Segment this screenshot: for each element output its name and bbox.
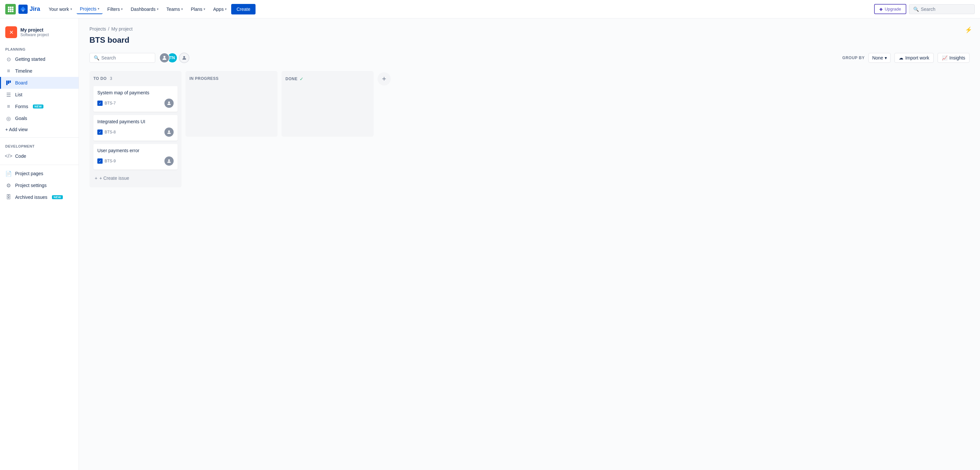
import-work-button[interactable]: ☁ Import work [894, 53, 934, 63]
svg-point-12 [164, 56, 165, 58]
breadcrumb: Projects / My project [89, 26, 969, 32]
sidebar-item-goals[interactable]: ◎ Goals [0, 113, 79, 124]
svg-point-13 [183, 56, 185, 58]
avatar-group: TN [159, 52, 189, 63]
chevron-down-icon: ▾ [885, 55, 887, 60]
development-section-label: DEVELOPMENT [0, 140, 79, 150]
nav-teams[interactable]: Teams ▾ [163, 5, 186, 14]
jira-logo-icon [18, 5, 28, 14]
pages-icon: 📄 [5, 170, 12, 177]
board-search-input[interactable] [101, 55, 144, 60]
sidebar-item-getting-started[interactable]: ⊙ Getting started [0, 53, 79, 65]
sidebar-item-project-pages[interactable]: 📄 Project pages [0, 168, 79, 179]
sidebar-item-project-settings[interactable]: ⚙ Project settings [0, 179, 79, 191]
sidebar-item-forms[interactable]: ≡ Forms NEW [0, 100, 79, 113]
svg-rect-0 [8, 6, 10, 8]
create-button[interactable]: Create [231, 4, 256, 14]
nav-filters[interactable]: Filters ▾ [104, 5, 126, 14]
page-title: BTS board [89, 35, 969, 45]
issue-key-bts8: BTS-8 [105, 130, 116, 135]
add-view-button[interactable]: + Add view [0, 124, 79, 135]
svg-rect-10 [8, 81, 9, 84]
issue-key-bts7: BTS-7 [105, 101, 116, 105]
column-done: DONE ✓ [282, 71, 374, 137]
project-name: My project [21, 27, 49, 33]
planning-section-label: PLANNING [0, 43, 79, 53]
main-content: Projects / My project BTS board ⚡ 🔍 TN [79, 18, 980, 470]
project-type: Software project [21, 33, 49, 37]
issue-checkbox-bts8: ✓ [97, 130, 103, 135]
sidebar-item-timeline[interactable]: ≡ Timeline [0, 65, 79, 77]
sidebar-project: ✕ My project Software project [0, 24, 79, 43]
breadcrumb-current: My project [111, 26, 132, 32]
group-by-select[interactable]: None ▾ [869, 53, 890, 63]
svg-rect-2 [12, 6, 13, 8]
column-inprogress-title: IN PROGRESS [189, 76, 219, 81]
nav-plans[interactable]: Plans ▾ [188, 5, 208, 14]
topnav: Jira Your work ▾ Projects ▾ Filters ▾ Da… [0, 0, 980, 18]
issue-card-bts7[interactable]: System map of payments ✓ BTS-7 [93, 86, 178, 112]
chevron-down-icon: ▾ [121, 7, 123, 11]
svg-point-16 [168, 102, 170, 103]
sidebar-item-code[interactable]: </> Code [0, 150, 79, 162]
target-icon: ⊙ [5, 56, 12, 62]
global-search[interactable]: 🔍 Search [909, 4, 975, 14]
search-icon: 🔍 [913, 6, 919, 12]
issue-card-bts8[interactable]: Integrated payments UI ✓ BTS-8 [93, 115, 178, 141]
lightning-icon[interactable]: ⚡ [965, 26, 972, 33]
svg-rect-1 [10, 6, 11, 8]
column-todo-title: TO DO [93, 76, 107, 81]
issue-title-bts7: System map of payments [97, 90, 173, 95]
topnav-right: ◆ Upgrade 🔍 Search [874, 4, 975, 14]
board-columns: TO DO 3 System map of payments ✓ BTS-7 [89, 71, 969, 187]
board-toolbar-right: GROUP BY None ▾ ☁ Import work 📈 Insights [842, 53, 969, 63]
diamond-icon: ◆ [879, 6, 883, 11]
issue-assignee-bts9[interactable] [164, 156, 173, 166]
sidebar-item-board[interactable]: Board [0, 77, 79, 89]
jira-logo-text: Jira [30, 6, 40, 13]
column-inprogress: IN PROGRESS [186, 71, 278, 137]
sidebar-item-archived-issues[interactable]: 🗄 Archived issues NEW [0, 191, 79, 203]
column-todo: TO DO 3 System map of payments ✓ BTS-7 [89, 71, 181, 187]
grid-menu-icon[interactable] [5, 4, 16, 14]
svg-rect-9 [6, 81, 8, 85]
column-todo-count: 3 [110, 76, 112, 81]
board-toolbar: 🔍 TN GROUP BY None ▾ ☁ [89, 52, 969, 63]
add-column-button[interactable]: + [377, 72, 391, 86]
chevron-down-icon: ▾ [157, 7, 159, 11]
issue-checkbox-bts9: ✓ [97, 159, 103, 164]
timeline-icon: ≡ [5, 68, 12, 74]
issue-card-bts9[interactable]: User payments error ✓ BTS-9 [93, 144, 178, 170]
svg-rect-4 [10, 8, 11, 10]
issue-assignee-bts7[interactable] [164, 98, 173, 108]
insights-icon: 📈 [942, 55, 947, 60]
archive-icon: 🗄 [5, 194, 12, 200]
upgrade-button[interactable]: ◆ Upgrade [874, 4, 906, 14]
add-assignee-button[interactable] [179, 52, 189, 63]
nav-your-work[interactable]: Your work ▾ [45, 5, 75, 14]
jira-logo[interactable]: Jira [18, 5, 40, 14]
issue-title-bts8: Integrated payments UI [97, 119, 173, 124]
nav-apps[interactable]: Apps ▾ [210, 5, 230, 14]
board-search-box[interactable]: 🔍 [89, 53, 155, 63]
svg-point-18 [168, 159, 170, 161]
avatar-user1[interactable] [159, 52, 170, 63]
nav-projects[interactable]: Projects ▾ [76, 4, 103, 14]
topnav-nav: Your work ▾ Projects ▾ Filters ▾ Dashboa… [45, 4, 872, 14]
goals-icon: ◎ [5, 115, 12, 122]
chevron-down-icon: ▾ [225, 7, 227, 11]
svg-rect-3 [8, 8, 10, 10]
list-icon: ☰ [5, 91, 12, 98]
insights-button[interactable]: 📈 Insights [937, 53, 969, 63]
sidebar-item-list[interactable]: ☰ List [0, 89, 79, 100]
issue-assignee-bts8[interactable] [164, 127, 173, 137]
nav-dashboards[interactable]: Dashboards ▾ [127, 5, 162, 14]
chevron-down-icon: ▾ [70, 7, 72, 11]
sidebar-divider-2 [0, 165, 79, 165]
create-issue-button[interactable]: + + Create issue [93, 173, 178, 183]
breadcrumb-projects-link[interactable]: Projects [89, 26, 106, 32]
group-by-label: GROUP BY [842, 56, 865, 60]
svg-rect-7 [10, 11, 11, 12]
sidebar: ✕ My project Software project PLANNING ⊙… [0, 18, 79, 470]
plus-icon: + [95, 176, 97, 181]
